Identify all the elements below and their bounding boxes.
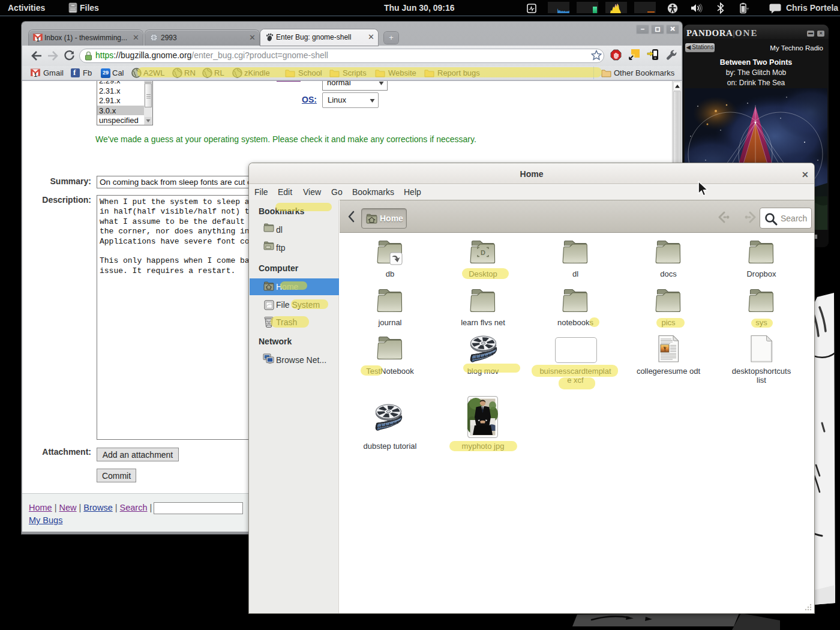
- svg-text:1: 1: [34, 71, 38, 77]
- svg-text:D: D: [481, 249, 485, 256]
- svg-text:1: 1: [37, 36, 40, 41]
